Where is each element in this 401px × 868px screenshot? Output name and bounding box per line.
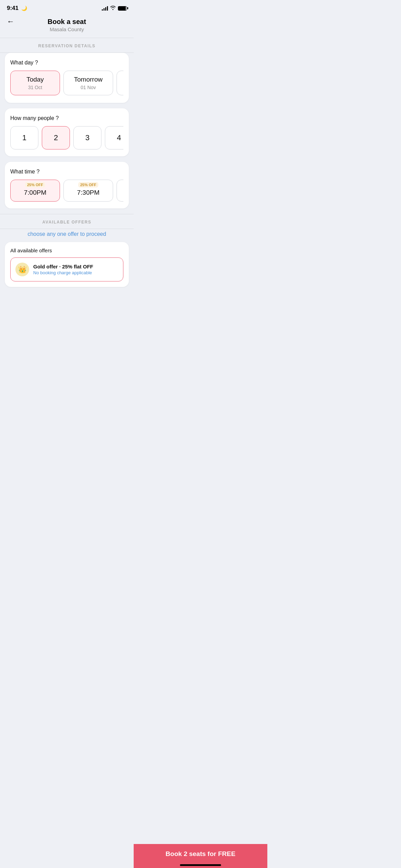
people-button-4[interactable]: 4 bbox=[105, 126, 123, 149]
offers-section-label: AVAILABLE OFFERS bbox=[0, 214, 134, 229]
back-button[interactable]: ← bbox=[7, 17, 14, 26]
people-selector: 1 2 3 4 bbox=[10, 126, 123, 149]
wifi-icon bbox=[110, 5, 116, 11]
time-selector-card: What time ? 25% OFF 7:00PM 25% OFF 7:30P… bbox=[5, 162, 129, 208]
time-selector: 25% OFF 7:00PM 25% OFF 7:30PM 25% OFF 8:… bbox=[10, 180, 123, 202]
day-selector: Today 31 Oct Tomorrow 01 Nov Thursday 02… bbox=[10, 71, 123, 96]
day-question-label: What day ? bbox=[10, 60, 123, 66]
people-button-1[interactable]: 1 bbox=[10, 126, 38, 149]
day-button-tomorrow[interactable]: Tomorrow 01 Nov bbox=[63, 71, 113, 95]
offers-heading: All available offers bbox=[10, 248, 123, 253]
battery-icon bbox=[118, 6, 127, 11]
offers-section: AVAILABLE OFFERS choose any one offer to… bbox=[0, 214, 134, 287]
offers-subtitle: choose any one offer to proceed bbox=[0, 229, 134, 242]
day-button-thursday[interactable]: Thursday 02 Nov bbox=[117, 71, 123, 95]
header: ← Book a seat Masala County bbox=[0, 14, 134, 38]
moon-icon: 🌙 bbox=[21, 5, 27, 11]
page-title: Book a seat bbox=[48, 18, 86, 26]
day-date-today: 31 Oct bbox=[14, 85, 56, 90]
signal-icon bbox=[102, 6, 108, 11]
status-icons bbox=[102, 5, 127, 11]
reservation-section-label: RESERVATION DETAILS bbox=[0, 38, 134, 52]
offer-desc: No booking charge applicable bbox=[33, 270, 93, 275]
time-button-800pm[interactable]: 25% OFF 8:00PM bbox=[117, 180, 123, 202]
time-value-800pm: 8:00PM bbox=[120, 189, 123, 196]
time-value-730pm: 7:30PM bbox=[67, 189, 109, 196]
time-question-label: What time ? bbox=[10, 169, 123, 175]
offer-text: Gold offer · 25% flat OFF No booking cha… bbox=[33, 264, 93, 275]
time-value-700pm: 7:00PM bbox=[14, 189, 56, 196]
people-selector-card: How many people ? 1 2 3 4 bbox=[5, 108, 129, 156]
people-button-2[interactable]: 2 bbox=[42, 126, 70, 149]
people-question-label: How many people ? bbox=[10, 115, 123, 121]
status-bar: 9:41 🌙 bbox=[0, 0, 134, 14]
discount-badge-730pm: 25% OFF bbox=[78, 182, 98, 188]
day-date-tomorrow: 01 Nov bbox=[67, 85, 109, 90]
day-button-today[interactable]: Today 31 Oct bbox=[10, 71, 60, 95]
people-button-3[interactable]: 3 bbox=[73, 126, 101, 149]
offer-title: Gold offer · 25% flat OFF bbox=[33, 264, 93, 269]
day-name-tomorrow: Tomorrow bbox=[67, 76, 109, 83]
discount-badge-700pm: 25% OFF bbox=[25, 182, 45, 188]
time-button-730pm[interactable]: 25% OFF 7:30PM bbox=[63, 180, 113, 202]
day-name-thursday: Thursday bbox=[120, 76, 123, 83]
day-date-thursday: 02 Nov bbox=[120, 85, 123, 90]
day-selector-card: What day ? Today 31 Oct Tomorrow 01 Nov … bbox=[5, 53, 129, 103]
gold-offer-icon: 👑 bbox=[15, 263, 29, 276]
restaurant-name: Masala County bbox=[50, 26, 84, 32]
time-button-700pm[interactable]: 25% OFF 7:00PM bbox=[10, 180, 60, 202]
day-name-today: Today bbox=[14, 76, 56, 83]
offer-item-gold[interactable]: 👑 Gold offer · 25% flat OFF No booking c… bbox=[10, 257, 123, 281]
status-time: 9:41 🌙 bbox=[7, 5, 27, 12]
offers-card: All available offers 👑 Gold offer · 25% … bbox=[5, 242, 129, 287]
